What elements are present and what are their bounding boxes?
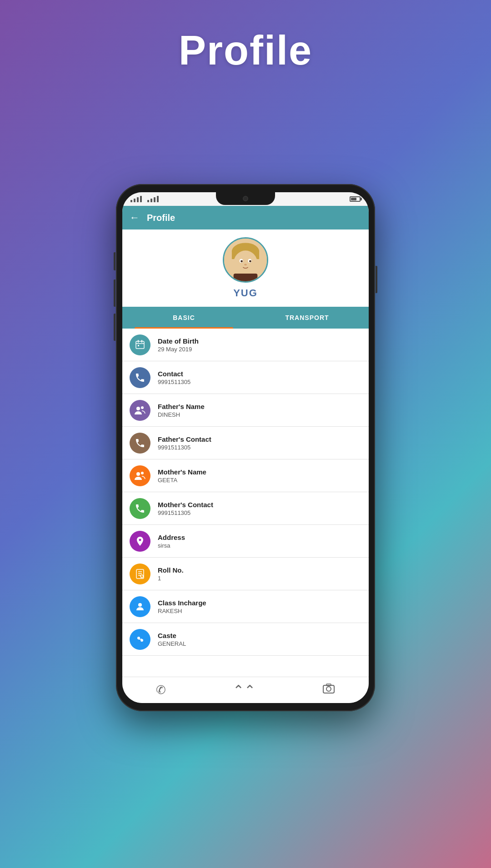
list-item-caste: Caste GENERAL bbox=[122, 623, 369, 656]
svg-rect-15 bbox=[138, 345, 139, 346]
mothers-contact-text: Mother's Contact 9991511305 bbox=[158, 501, 213, 516]
list-item-address: Address sirsa bbox=[122, 525, 369, 558]
list-item-mothers-contact: Mother's Contact 9991511305 bbox=[122, 492, 369, 525]
back-button[interactable]: ← bbox=[130, 212, 140, 224]
signal-bar-8 bbox=[157, 196, 159, 202]
app-header: ← Profile bbox=[122, 206, 369, 229]
caste-text: Caste GENERAL bbox=[158, 632, 186, 647]
class-incharge-value: RAKESH bbox=[158, 608, 206, 614]
profile-list: Date of Birth 29 May 2019 Contact 999151… bbox=[122, 329, 369, 677]
mothers-name-label: Mother's Name bbox=[158, 468, 206, 476]
mothers-name-value: GEETA bbox=[158, 477, 206, 484]
contact-icon bbox=[130, 367, 150, 388]
student-name: YUG bbox=[233, 287, 258, 299]
home-nav-icon[interactable]: ⌃⌃ bbox=[233, 682, 256, 698]
volume-down-button bbox=[114, 279, 115, 307]
class-incharge-text: Class Incharge RAKESH bbox=[158, 599, 206, 614]
caste-icon bbox=[130, 629, 150, 650]
camera-nav-icon[interactable] bbox=[322, 682, 335, 698]
svg-point-31 bbox=[326, 687, 331, 691]
class-incharge-label: Class Incharge bbox=[158, 599, 206, 607]
signal-bar-5 bbox=[147, 200, 149, 202]
address-label: Address bbox=[158, 534, 185, 541]
list-item-class-incharge: Class Incharge RAKESH bbox=[122, 590, 369, 623]
signal-icons bbox=[130, 196, 159, 202]
contact-value: 9991511305 bbox=[158, 379, 190, 385]
signal-bar-3 bbox=[137, 197, 139, 202]
svg-rect-10 bbox=[234, 274, 258, 281]
dob-label: Date of Birth bbox=[158, 337, 199, 345]
roll-no-icon: 1 bbox=[130, 564, 150, 584]
list-item-fathers-contact: Father's Contact 9991511305 bbox=[122, 427, 369, 459]
phone-screen: ← Profile bbox=[122, 192, 369, 703]
caste-value: GENERAL bbox=[158, 640, 186, 647]
battery-fill bbox=[351, 198, 356, 200]
signal-bar-4 bbox=[140, 196, 142, 202]
signal-bar-1 bbox=[130, 200, 132, 202]
svg-point-18 bbox=[136, 472, 140, 476]
address-text: Address sirsa bbox=[158, 534, 185, 549]
front-camera bbox=[243, 196, 248, 201]
contact-label: Contact bbox=[158, 370, 190, 378]
page-title: Profile bbox=[179, 27, 312, 74]
roll-no-label: Roll No. bbox=[158, 566, 184, 574]
avatar bbox=[223, 237, 268, 283]
signal-bar-6 bbox=[150, 199, 152, 202]
profile-section: YUG bbox=[122, 229, 369, 307]
roll-no-text: Roll No. 1 bbox=[158, 566, 184, 582]
fathers-contact-text: Father's Contact 9991511305 bbox=[158, 435, 211, 451]
svg-point-16 bbox=[136, 407, 140, 410]
fathers-contact-value: 9991511305 bbox=[158, 444, 211, 451]
power-button bbox=[376, 266, 377, 293]
signal-bar-2 bbox=[134, 199, 135, 202]
dob-icon bbox=[130, 334, 150, 355]
list-item-roll-no: 1 Roll No. 1 bbox=[122, 558, 369, 590]
fathers-contact-label: Father's Contact bbox=[158, 435, 211, 443]
svg-point-9 bbox=[244, 264, 247, 265]
list-item-mothers-name: Mother's Name GEETA bbox=[122, 459, 369, 492]
list-item-contact: Contact 9991511305 bbox=[122, 361, 369, 394]
svg-point-8 bbox=[249, 260, 251, 262]
phone-device: ← Profile bbox=[116, 184, 375, 711]
bottom-nav: ✆ ⌃⌃ bbox=[122, 677, 369, 703]
silent-button bbox=[114, 314, 115, 341]
list-item-dob: Date of Birth 29 May 2019 bbox=[122, 329, 369, 361]
avatar-image bbox=[224, 239, 267, 281]
fathers-name-icon bbox=[130, 400, 150, 421]
svg-point-19 bbox=[141, 472, 144, 474]
fathers-name-value: DINESH bbox=[158, 411, 205, 418]
list-item-fathers-name: Father's Name DINESH bbox=[122, 394, 369, 427]
mothers-contact-value: 9991511305 bbox=[158, 509, 213, 516]
fathers-contact-icon bbox=[130, 433, 150, 454]
svg-point-17 bbox=[141, 406, 144, 409]
svg-point-4 bbox=[234, 250, 258, 276]
signal-bar-7 bbox=[154, 197, 155, 202]
tab-transport[interactable]: TRANSPORT bbox=[246, 307, 369, 329]
svg-line-29 bbox=[139, 639, 142, 639]
caste-label: Caste bbox=[158, 632, 186, 639]
volume-up-button bbox=[114, 252, 115, 270]
dob-text: Date of Birth 29 May 2019 bbox=[158, 337, 199, 353]
battery-icon bbox=[350, 196, 361, 202]
svg-rect-11 bbox=[136, 341, 144, 349]
mothers-name-text: Mother's Name GEETA bbox=[158, 468, 206, 484]
mothers-contact-label: Mother's Contact bbox=[158, 501, 213, 509]
contact-text: Contact 9991511305 bbox=[158, 370, 190, 385]
address-value: sirsa bbox=[158, 542, 185, 549]
header-title: Profile bbox=[147, 213, 175, 223]
fathers-name-label: Father's Name bbox=[158, 403, 205, 410]
fathers-name-text: Father's Name DINESH bbox=[158, 403, 205, 418]
svg-point-26 bbox=[138, 603, 142, 607]
notch bbox=[216, 192, 275, 205]
mothers-contact-icon bbox=[130, 498, 150, 519]
address-icon bbox=[130, 531, 150, 552]
tab-bar: BASIC TRANSPORT bbox=[122, 307, 369, 329]
class-incharge-icon bbox=[130, 596, 150, 617]
mothers-name-icon bbox=[130, 465, 150, 486]
dob-value: 29 May 2019 bbox=[158, 346, 199, 353]
roll-no-value: 1 bbox=[158, 575, 184, 582]
phone-nav-icon[interactable]: ✆ bbox=[156, 683, 166, 697]
svg-point-7 bbox=[240, 260, 243, 262]
tab-basic[interactable]: BASIC bbox=[122, 307, 246, 329]
